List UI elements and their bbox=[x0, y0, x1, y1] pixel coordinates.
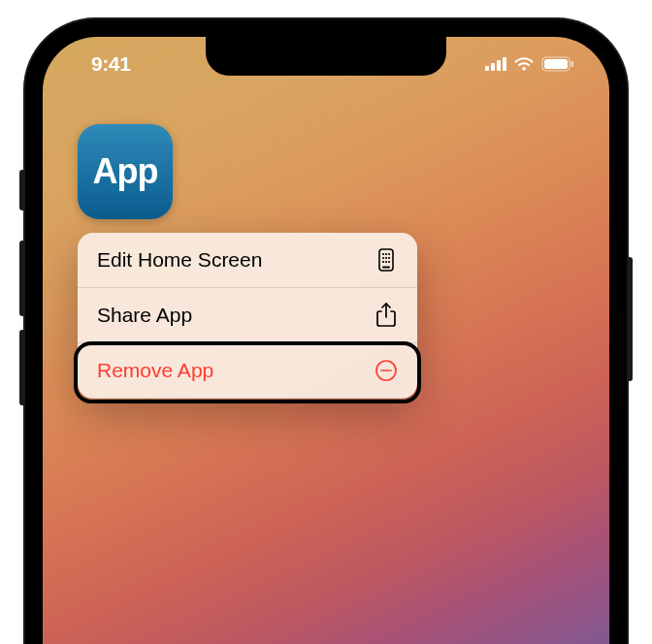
menu-item-remove-app[interactable]: Remove App bbox=[78, 343, 417, 399]
phone-frame: 9:41 App Edi bbox=[25, 19, 627, 644]
status-icons bbox=[485, 52, 574, 76]
svg-point-7 bbox=[382, 257, 384, 259]
mute-switch[interactable] bbox=[19, 170, 25, 210]
cellular-signal-icon bbox=[485, 57, 506, 71]
share-icon bbox=[375, 304, 398, 327]
apps-icon bbox=[375, 248, 398, 272]
screen: 9:41 App Edi bbox=[43, 37, 609, 644]
menu-item-share-app[interactable]: Share App bbox=[78, 288, 417, 343]
status-time: 9:41 bbox=[91, 52, 130, 76]
remove-icon bbox=[375, 359, 398, 382]
svg-rect-1 bbox=[544, 59, 568, 69]
volume-down-button[interactable] bbox=[19, 330, 25, 405]
svg-point-9 bbox=[388, 257, 390, 259]
power-button[interactable] bbox=[627, 257, 633, 381]
svg-point-10 bbox=[382, 261, 384, 263]
wifi-icon bbox=[513, 56, 535, 72]
menu-item-label: Share App bbox=[97, 304, 192, 327]
svg-rect-13 bbox=[382, 267, 390, 269]
svg-point-11 bbox=[385, 261, 387, 263]
svg-point-6 bbox=[388, 253, 390, 255]
app-icon[interactable]: App bbox=[78, 124, 173, 219]
svg-point-8 bbox=[385, 257, 387, 259]
notch bbox=[206, 37, 446, 76]
svg-point-5 bbox=[385, 253, 387, 255]
context-menu: Edit Home Screen Share App bbox=[78, 233, 417, 399]
menu-item-label: Remove App bbox=[97, 359, 213, 382]
app-icon-label: App bbox=[93, 151, 158, 192]
svg-rect-2 bbox=[571, 61, 574, 67]
svg-point-4 bbox=[382, 253, 384, 255]
menu-item-label: Edit Home Screen bbox=[97, 248, 262, 272]
menu-item-edit-home-screen[interactable]: Edit Home Screen bbox=[78, 233, 417, 288]
svg-point-12 bbox=[388, 261, 390, 263]
volume-up-button[interactable] bbox=[19, 241, 25, 316]
battery-icon bbox=[541, 56, 574, 72]
